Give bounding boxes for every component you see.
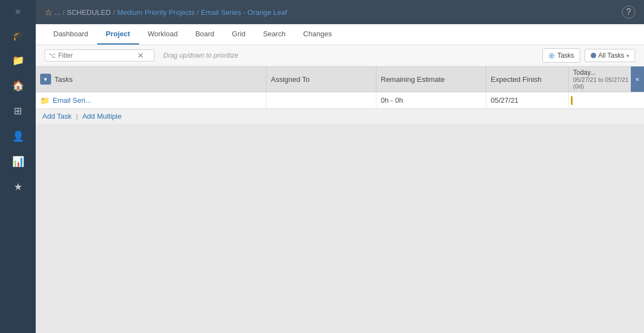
breadcrumb-scheduled[interactable]: SCHEDULED	[66, 8, 110, 16]
tab-changes[interactable]: Changes	[295, 24, 341, 45]
all-tasks-label: All Tasks	[598, 52, 624, 59]
filter-icon: ⌥	[48, 52, 56, 59]
drag-hint-text: Drag up/down to prioritize	[159, 52, 538, 59]
sidebar-item-star[interactable]: ★	[0, 174, 36, 199]
sidebar-item-graduation[interactable]: 🎓	[0, 23, 36, 48]
add-multiple-link[interactable]: Add Multiple	[82, 112, 122, 120]
cell-task-name: 📁 Email Seri...	[36, 92, 267, 108]
all-tasks-button[interactable]: All Tasks ▾	[585, 49, 635, 62]
breadcrumb-sep1: /	[63, 8, 65, 16]
grid-icon: ⊞	[14, 105, 22, 117]
gantt-today-label: Today...	[573, 69, 596, 76]
sidebar-expand-button[interactable]: »	[0, 0, 36, 23]
expand-icon: »	[15, 5, 20, 17]
graduation-icon: 🎓	[12, 29, 24, 41]
tasks-button-label: Tasks	[557, 52, 574, 59]
sidebar-item-folder[interactable]: 📁	[0, 48, 36, 73]
gantt-collapse-button[interactable]: «	[631, 66, 644, 92]
all-tasks-dot-icon	[591, 53, 596, 58]
cell-expected-finish: 05/27/21	[486, 92, 569, 108]
cell-gantt	[569, 92, 644, 108]
gantt-bar	[571, 96, 573, 105]
table-row: 📁 Email Seri... 0h - 0h 05/27/21	[36, 92, 644, 109]
favorite-star-icon[interactable]: ☆	[45, 7, 52, 18]
add-separator: |	[76, 112, 77, 120]
sidebar: » 🎓 📁 🏠 ⊞ 👤 📊 ★	[0, 0, 36, 333]
tab-bar: Dashboard Project Workload Board Grid Se…	[36, 24, 644, 45]
col-gantt-header: Today... 05/27/21 to 05/27/21 (0d) «	[569, 66, 644, 92]
home-icon: 🏠	[12, 80, 24, 92]
assigned-to-column-label: Assigned To	[271, 75, 310, 84]
cell-assigned-to	[267, 92, 376, 108]
tab-board[interactable]: Board	[186, 24, 223, 45]
cell-remaining-estimate: 0h - 0h	[376, 92, 486, 108]
add-row: Add Task | Add Multiple	[36, 109, 644, 124]
tasks-button[interactable]: ⊕ Tasks	[542, 48, 580, 63]
filter-input[interactable]	[58, 52, 135, 59]
header: ☆ ... / SCHEDULED / Medium Priority Proj…	[36, 0, 644, 24]
sidebar-item-userclock[interactable]: 👤	[0, 124, 36, 149]
toolbar: ⌥ ✕ Drag up/down to prioritize ⊕ Tasks A…	[36, 45, 644, 66]
tasks-column-header: Tasks	[54, 75, 73, 84]
tab-workload[interactable]: Workload	[139, 24, 187, 45]
col-remaining-header: Remaining Estimate	[376, 66, 486, 92]
remaining-value: 0h - 0h	[381, 96, 403, 104]
tasks-collapse-button[interactable]: ▾	[40, 74, 51, 85]
toolbar-right: ⊕ Tasks All Tasks ▾	[542, 48, 635, 63]
gantt-date-range: 05/27/21 to 05/27/21 (0d)	[573, 76, 640, 90]
tab-search[interactable]: Search	[254, 24, 295, 45]
task-name-link[interactable]: Email Seri...	[53, 96, 91, 104]
sidebar-item-grid[interactable]: ⊞	[0, 98, 36, 124]
add-task-link[interactable]: Add Task	[42, 112, 71, 120]
col-tasks-header: ▾ Tasks	[36, 66, 267, 92]
col-expected-header: Expected Finish	[486, 66, 569, 92]
grid-header-row: ▾ Tasks Assigned To Remaining Estimate E…	[36, 66, 644, 92]
sidebar-item-home[interactable]: 🏠	[0, 73, 36, 98]
tab-grid[interactable]: Grid	[223, 24, 254, 45]
breadcrumb: ☆ ... / SCHEDULED / Medium Priority Proj…	[45, 7, 287, 18]
main-content: ☆ ... / SCHEDULED / Medium Priority Proj…	[36, 0, 644, 333]
tab-dashboard[interactable]: Dashboard	[45, 24, 97, 45]
project-grid: ▾ Tasks Assigned To Remaining Estimate E…	[36, 66, 644, 333]
tab-project[interactable]: Project	[97, 24, 139, 45]
all-tasks-dropdown-arrow-icon: ▾	[626, 53, 629, 59]
breadcrumb-sep3: /	[197, 8, 199, 16]
breadcrumb-sep2: /	[113, 8, 115, 16]
chart-bar-icon: 📊	[12, 156, 24, 168]
user-clock-icon: 👤	[12, 130, 24, 142]
breadcrumb-ellipsis[interactable]: ...	[54, 8, 60, 16]
filter-box[interactable]: ⌥ ✕	[45, 49, 154, 62]
col-assigned-header: Assigned To	[267, 66, 376, 92]
expected-finish-column-label: Expected Finish	[491, 75, 542, 84]
help-icon: ?	[626, 7, 631, 17]
star-icon: ★	[14, 181, 23, 193]
breadcrumb-medium-priority[interactable]: Medium Priority Projects	[117, 8, 195, 16]
expected-finish-value: 05/27/21	[491, 96, 519, 104]
breadcrumb-email-series[interactable]: Email Series - Orange Leaf	[201, 8, 287, 16]
folder-nav-icon: 📁	[12, 54, 24, 66]
task-folder-icon: 📁	[40, 96, 49, 105]
help-button[interactable]: ?	[622, 5, 635, 19]
filter-clear-button[interactable]: ✕	[137, 52, 144, 59]
remaining-estimate-column-label: Remaining Estimate	[381, 75, 445, 84]
sidebar-item-chart[interactable]: 📊	[0, 149, 36, 174]
tasks-add-icon: ⊕	[548, 51, 555, 60]
